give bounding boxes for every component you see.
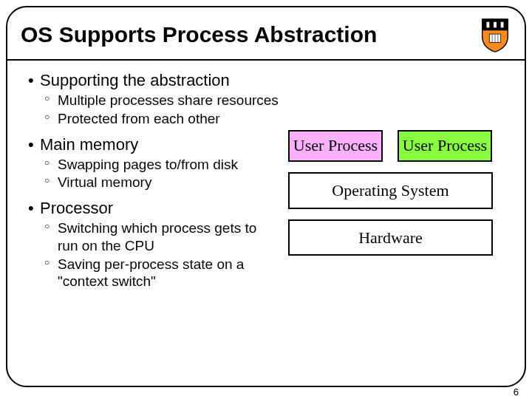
sub-bullets: Swapping pages to/from disk Virtual memo… (28, 156, 281, 192)
svg-rect-4 (486, 22, 489, 28)
svg-rect-6 (501, 22, 504, 28)
hardware-box: Hardware (288, 219, 493, 256)
slide-title: OS Supports Process Abstraction (21, 22, 479, 47)
sub-bullets: Switching which process gets to run on t… (28, 219, 281, 290)
bullet-level1: Processor (28, 199, 281, 218)
sub-bullets: Multiple processes share resources Prote… (28, 92, 281, 128)
bullet-level2: Saving per-process state on a "context s… (44, 256, 281, 291)
bullet-column: Supporting the abstraction Multiple proc… (28, 71, 288, 298)
user-process-box-2: User Process (398, 130, 492, 162)
diagram-column: User Process User Process Operating Syst… (288, 71, 510, 298)
slide-frame: OS Supports Process Abstraction Supporti… (6, 6, 526, 387)
bullet-level2: Switching which process gets to run on t… (44, 219, 281, 255)
bullet-level2: Multiple processes share resources (44, 92, 281, 109)
bullet-level2: Virtual memory (44, 174, 281, 191)
bullet-level2: Protected from each other (44, 110, 281, 128)
bullet-level1: Main memory (28, 135, 281, 154)
bullet-level1: Supporting the abstraction (28, 71, 281, 90)
user-process-box-1: User Process (288, 130, 383, 162)
svg-rect-5 (494, 22, 497, 28)
operating-system-box: Operating System (288, 172, 493, 208)
content-area: Supporting the abstraction Multiple proc… (7, 61, 525, 298)
princeton-shield-icon (479, 16, 511, 53)
page-number: 6 (514, 386, 519, 398)
user-process-row: User Process User Process (288, 130, 510, 162)
bullet-level2: Swapping pages to/from disk (44, 156, 281, 174)
title-row: OS Supports Process Abstraction (7, 7, 525, 61)
